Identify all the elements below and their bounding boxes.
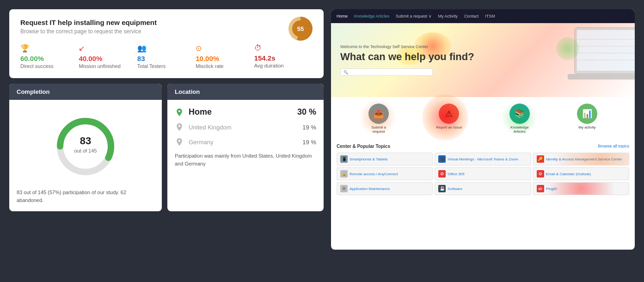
hero-section: Welcome to the Technology Self Service C… [331,23,635,97]
topics-title: Center & Popular Topics [337,144,390,149]
hero-small-text: Welcome to the Technology Self Service C… [340,44,474,49]
search-icon: 🔍 [343,70,348,74]
icon-activity: 📊 My activity [577,104,597,134]
hero-text: Welcome to the Technology Self Service C… [340,44,474,76]
topic-identity[interactable]: 🔑 Identity & Access Management Service C… [533,153,629,166]
topics-grid: 📱 Smartphones & Tablets 🎥 Virtual Meetin… [337,153,629,195]
app-maintenance-icon: ⚙ [340,185,348,192]
misclick-value: 10.00% [196,55,219,62]
report-label: Report an Issue [436,125,462,129]
software-icon: 💾 [438,185,446,192]
topic-remote-label: Remote access / AnyConnect [350,172,398,176]
topic-smartphones[interactable]: 📱 Smartphones & Tablets [337,153,433,166]
topic-app-label: Application Maintenance [350,187,390,191]
misclick-label: Misclick rate [196,63,224,69]
topic-email-label: Email & Calendar (Outlook) [546,172,591,176]
submit-label: Submit arequest [371,125,386,134]
location-pin-icon-uk [175,123,184,132]
location-item-us: Home 30 % [175,107,316,117]
location-pin-icon-us [175,108,184,117]
donut-container: 83 out of 145 [17,112,154,181]
bottom-row: Completion 83 out of 145 [9,84,324,211]
remote-icon: 🔒 [340,170,348,178]
location-header: Location [167,84,324,100]
metric-misclick-rate: ⊙ 10.00% Misclick rate [196,44,254,69]
website-simulation: Home Knowledge Articles Submit a request… [331,9,635,250]
metric-total-testers: 👥 83 Total Testers [137,44,196,69]
avg-duration-label: Avg duiration [254,63,284,68]
task-subtitle: Browse to the correct page to request th… [20,28,313,35]
location-body: Home 30 % United Kingdom 19 % [167,100,324,175]
email-icon: O [537,170,544,178]
topic-app-maintenance[interactable]: ⚙ Application Maintenance [337,182,433,195]
svg-text:out of 145: out of 145 [74,148,97,153]
smartphone-icon: 📱 [340,155,348,163]
topic-virtual-meetings[interactable]: 🎥 Virtual Meetings - Microsoft Teams & Z… [435,153,531,166]
location-uk-name: United Kingdom [189,124,302,131]
location-de-name: Germany [189,139,302,146]
topic-office365[interactable]: O Office 365 [435,167,531,180]
metric-mission-unfinished: ↙ 40.00% Mission unfinished [79,44,137,69]
identity-icon: 🔑 [537,155,544,163]
score-circle: 55 [288,17,313,41]
icon-submit: 📤 Submit arequest [368,104,389,134]
completion-note: 83 out of 145 (57%) participation of our… [17,189,154,204]
icon-report: ⚠ Report an Issue [436,104,462,134]
topic-identity-label: Identity & Access Management Service Cen… [546,157,622,161]
timer-icon: ⏱ [254,44,262,52]
completion-card: Completion 83 out of 145 [9,84,162,211]
users-icon: 👥 [137,44,147,53]
location-pin-icon-de [175,137,184,147]
browse-all-link[interactable]: Browse all topics [598,144,629,149]
topic-office365-label: Office 365 [448,172,464,176]
location-de-pct: 19 % [302,139,316,146]
metric-direct-success: 🏆 60.00% Direct success [20,44,79,69]
click-icon: ⊙ [196,44,202,53]
left-panel: Request IT help installing new equipment… [9,9,324,211]
topic-virtual-label: Virtual Meetings - Microsoft Teams & Zoo… [448,157,518,161]
main-container: Request IT help installing new equipment… [0,0,644,282]
direct-success-value: 60.00% [20,55,44,62]
location-item-de: Germany 19 % [175,137,316,147]
topic-smartphones-label: Smartphones & Tablets [350,157,388,161]
nav-activity: My Activity [438,14,458,18]
knowledge-label: KnowledgeArticles [510,125,529,134]
topic-pingid-label: PingID [546,187,557,191]
donut-chart: 83 out of 145 [51,112,120,181]
score-value: 55 [292,20,309,37]
top-card: Request IT help installing new equipment… [9,9,324,78]
pingid-icon: ID [537,185,544,192]
arrow-icon: ↙ [79,44,85,53]
topics-header: Center & Popular Topics Browse all topic… [337,144,629,149]
topic-email[interactable]: O Email & Calendar (Outlook) [533,167,629,180]
office365-icon: O [438,170,446,178]
activity-icon-circle: 📊 [577,104,597,124]
location-us-pct: 30 % [297,107,316,117]
location-us-name: Home [189,107,297,117]
topic-software[interactable]: 💾 Software [435,182,531,195]
location-note: Participation was mainly from United Sta… [175,152,316,167]
svg-text:83: 83 [80,135,91,147]
topic-pingid[interactable]: ID PingID [533,182,629,195]
hero-search-bar[interactable]: 🔍 [340,68,433,76]
knowledge-icon-circle: 📚 [509,104,530,124]
submit-icon-circle: 📤 [368,104,389,124]
report-icon-circle: ⚠ [439,104,459,124]
completion-header: Completion [9,84,162,100]
heatmap-panel: Home Knowledge Articles Submit a request… [331,9,635,250]
topics-section: Center & Popular Topics Browse all topic… [331,140,635,199]
direct-success-label: Direct success [20,63,54,69]
metrics-row: 🏆 60.00% Direct success ↙ 40.00% Mission… [20,44,313,69]
virtual-meetings-icon: 🎥 [438,155,446,163]
topic-remote[interactable]: 🔒 Remote access / AnyConnect [337,167,433,180]
nav-itsm: ITSM [485,14,495,18]
nav-bar: Home Knowledge Articles Submit a request… [331,9,635,23]
completion-body: 83 out of 145 83 out of 145 (57%) partic… [9,100,162,211]
task-title: Request IT help installing new equipment [20,18,313,26]
laptop-image [561,23,635,83]
nav-contact: Contact [464,14,478,18]
location-uk-pct: 19 % [302,124,316,131]
hero-big-text: What can we help you find? [340,51,474,63]
trophy-icon: 🏆 [20,44,30,53]
activity-label: My activity [578,125,595,129]
